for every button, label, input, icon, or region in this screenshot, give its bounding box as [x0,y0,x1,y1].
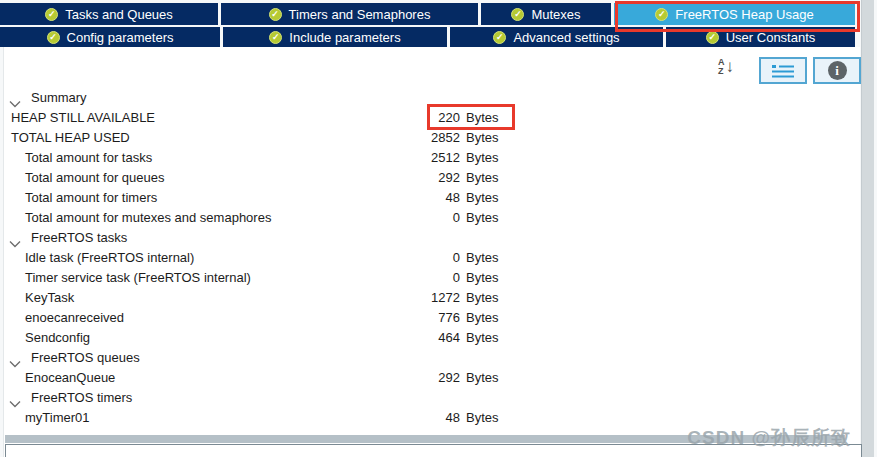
check-circle-icon: ✓ [47,31,60,44]
tree-item-row[interactable]: enoecanreceived776Bytes [3,308,860,328]
tree-list-icon [771,63,795,79]
tree-item-row[interactable]: KeyTask1272Bytes [3,288,860,308]
tab-label: User Constants [726,30,816,45]
tab-mutexes[interactable]: ✓ Mutexes [481,3,611,25]
tree-item-row[interactable]: Timer service task (FreeRTOS internal)0B… [3,268,860,288]
tab-label: Mutexes [531,7,580,22]
tree-group-row[interactable]: FreeRTOS queues [3,348,860,368]
tree-item-row[interactable]: TOTAL HEAP USED2852Bytes [3,128,860,148]
tree-item-row[interactable]: Total amount for tasks2512Bytes [3,148,860,168]
heap-value: 2852 [430,128,460,148]
heap-value-unit: Bytes [466,268,499,288]
heap-value-unit: Bytes [466,288,499,308]
tab-label: Timers and Semaphores [289,7,431,22]
heap-value-unit: Bytes [466,408,499,428]
tree-item-row[interactable]: Total amount for queues292Bytes [3,168,860,188]
tab-user-constants[interactable]: ✓ User Constants [666,27,855,47]
tree-item-label: HEAP STILL AVAILABLE [11,108,155,128]
heap-value-unit: Bytes [466,368,499,388]
info-icon: i [828,61,847,80]
heap-value: 1272 [430,288,460,308]
tree-item-row[interactable]: Sendconfig464Bytes [3,328,860,348]
heap-value-unit: Bytes [466,108,499,128]
info-button[interactable]: i [813,57,861,84]
chevron-down-icon[interactable] [9,394,21,402]
tree-item-row[interactable]: Total amount for mutexes and semaphores0… [3,208,860,228]
sort-letter-z: Z [718,67,725,76]
heap-value: 0 [430,248,460,268]
tab-label: Advanced settings [513,30,619,45]
tab-timers-and-semaphores[interactable]: ✓ Timers and Semaphores [221,3,478,25]
tree-item-row[interactable]: EnoceanQueue292Bytes [3,368,860,388]
tab-config-parameters[interactable]: ✓ Config parameters [0,27,220,47]
check-circle-icon: ✓ [706,31,719,44]
sort-arrow-down-icon: ↓ [726,58,735,76]
check-circle-icon: ✓ [655,8,668,21]
heap-value-unit: Bytes [466,128,499,148]
tab-tasks-and-queues[interactable]: ✓ Tasks and Queues [0,3,218,25]
freertos-heap-usage-panel: ✓ Tasks and Queues ✓ Timers and Semaphor… [0,0,877,457]
tree-item-label: Total amount for mutexes and semaphores [25,208,271,228]
tree-item-label: Total amount for timers [25,188,157,208]
tree-item-label: Sendconfig [25,328,90,348]
tab-label: Tasks and Queues [65,7,173,22]
tree-view-button[interactable] [759,57,807,84]
vertical-scrollbar[interactable] [861,0,874,457]
tree-group-row[interactable]: FreeRTOS tasks [3,228,860,248]
heap-value-unit: Bytes [466,188,499,208]
tab-advanced-settings[interactable]: ✓ Advanced settings [450,27,663,47]
heap-value: 292 [430,168,460,188]
check-circle-icon: ✓ [269,8,282,21]
tree-rows: SummaryHEAP STILL AVAILABLE220BytesTOTAL… [3,88,860,428]
check-circle-icon: ✓ [269,31,282,44]
tree-item-row[interactable]: Idle task (FreeRTOS internal)0Bytes [3,248,860,268]
tab-label: Config parameters [67,30,174,45]
tree-item-label: KeyTask [25,288,74,308]
tree-item-row[interactable]: Total amount for timers48Bytes [3,188,860,208]
tab-include-parameters[interactable]: ✓ Include parameters [223,27,447,47]
heap-value: 464 [430,328,460,348]
heap-value: 220 [430,108,460,128]
heap-value-unit: Bytes [466,328,499,348]
tree-item-label: myTimer01 [25,408,90,428]
tree-group-label: FreeRTOS tasks [31,228,127,248]
tree-item-label: Timer service task (FreeRTOS internal) [25,268,251,288]
tab-bar-row-1: ✓ Tasks and Queues ✓ Timers and Semaphor… [0,3,855,25]
heap-value: 776 [430,308,460,328]
tree-item-label: enoecanreceived [25,308,124,328]
chevron-down-icon[interactable] [9,354,21,362]
heap-value: 48 [430,188,460,208]
tab-freertos-heap-usage[interactable]: ✓ FreeRTOS Heap Usage [614,3,855,25]
heap-value-unit: Bytes [466,248,499,268]
sort-az-letters: A Z [718,58,725,76]
tree-item-label: TOTAL HEAP USED [11,128,130,148]
check-circle-icon: ✓ [493,31,506,44]
tree-group-label: FreeRTOS timers [31,388,132,408]
sort-az-icon[interactable]: A Z ↓ [718,58,734,76]
heap-value-unit: Bytes [466,208,499,228]
tree-group-label: Summary [31,88,87,108]
check-circle-icon: ✓ [511,8,524,21]
csdn-watermark: CSDN @孙辰所致 [687,425,851,451]
heap-value: 2512 [430,148,460,168]
heap-value-unit: Bytes [466,148,499,168]
tree-item-label: Total amount for tasks [25,148,152,168]
chevron-down-icon[interactable] [9,94,21,102]
heap-value: 48 [430,408,460,428]
tree-item-label: Idle task (FreeRTOS internal) [25,248,194,268]
tree-item-row[interactable]: HEAP STILL AVAILABLE220Bytes [3,108,860,128]
heap-value-unit: Bytes [466,168,499,188]
tab-label: Include parameters [289,30,400,45]
heap-value: 0 [430,268,460,288]
tree-group-row[interactable]: Summary [3,88,860,108]
tree-group-label: FreeRTOS queues [31,348,140,368]
heap-value: 292 [430,368,460,388]
tab-bar-row-2: ✓ Config parameters ✓ Include parameters… [0,27,855,47]
tab-label: FreeRTOS Heap Usage [675,7,813,22]
tree-item-label: Total amount for queues [25,168,164,188]
heap-value: 0 [430,208,460,228]
heap-value-unit: Bytes [466,308,499,328]
tree-group-row[interactable]: FreeRTOS timers [3,388,860,408]
check-circle-icon: ✓ [45,8,58,21]
chevron-down-icon[interactable] [9,234,21,242]
